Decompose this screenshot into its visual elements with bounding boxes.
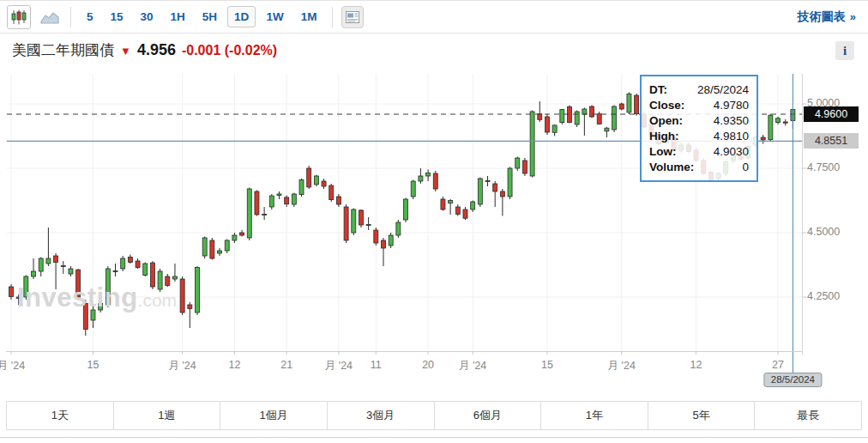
- technical-chart-link[interactable]: 技術圖表 »: [798, 9, 856, 25]
- candle[interactable]: [411, 180, 415, 200]
- range-button-2[interactable]: 1個月: [220, 402, 327, 429]
- candle[interactable]: [16, 294, 21, 305]
- candle[interactable]: [590, 106, 594, 118]
- candle[interactable]: [299, 179, 304, 197]
- candle[interactable]: [210, 238, 214, 260]
- candle[interactable]: [455, 204, 460, 216]
- candle[interactable]: [627, 93, 631, 115]
- candle[interactable]: [329, 184, 334, 202]
- candle[interactable]: [113, 264, 118, 276]
- candle[interactable]: [202, 237, 207, 259]
- candle[interactable]: [307, 166, 311, 189]
- candle[interactable]: [232, 233, 237, 243]
- timeframe-button-5h[interactable]: 5H: [196, 6, 224, 27]
- candle[interactable]: [46, 228, 51, 266]
- candle[interactable]: [76, 269, 81, 300]
- candle[interactable]: [522, 158, 527, 176]
- candle[interactable]: [433, 171, 437, 191]
- candle[interactable]: [99, 301, 103, 313]
- candlestick-chart-type-button[interactable]: [7, 5, 31, 29]
- timeframe-button-5[interactable]: 5: [80, 6, 100, 27]
- candle[interactable]: [359, 209, 363, 228]
- candle[interactable]: [761, 135, 765, 144]
- timeframe-button-1w[interactable]: 1W: [259, 6, 290, 27]
- candle[interactable]: [389, 233, 393, 248]
- candle[interactable]: [255, 191, 259, 216]
- candle[interactable]: [61, 261, 65, 274]
- candle[interactable]: [292, 193, 296, 208]
- candle[interactable]: [396, 220, 401, 238]
- news-panel-button[interactable]: [341, 6, 364, 28]
- candle[interactable]: [783, 119, 787, 126]
- range-button-1[interactable]: 1週: [113, 402, 220, 429]
- info-button[interactable]: i: [835, 41, 854, 60]
- candle[interactable]: [128, 255, 132, 264]
- range-button-4[interactable]: 6個月: [434, 402, 541, 429]
- candle[interactable]: [515, 157, 520, 172]
- candle[interactable]: [545, 114, 549, 135]
- candle[interactable]: [635, 94, 639, 116]
- range-button-7[interactable]: 最長: [754, 402, 861, 429]
- area-chart-type-button[interactable]: [38, 5, 62, 29]
- candle[interactable]: [262, 207, 267, 220]
- candle[interactable]: [575, 111, 579, 128]
- candle[interactable]: [374, 228, 378, 246]
- range-button-0[interactable]: 1天: [7, 402, 113, 429]
- candle[interactable]: [166, 274, 170, 287]
- candle[interactable]: [441, 197, 445, 211]
- candle[interactable]: [352, 209, 356, 236]
- candle[interactable]: [605, 127, 609, 137]
- timeframe-button-15[interactable]: 15: [104, 6, 130, 27]
- range-button-3[interactable]: 3個月: [327, 402, 434, 429]
- timeframe-button-30[interactable]: 30: [134, 6, 160, 27]
- candle[interactable]: [225, 240, 229, 254]
- candle[interactable]: [344, 204, 348, 243]
- timeframe-button-1d[interactable]: 1D: [227, 6, 256, 27]
- candle[interactable]: [150, 261, 154, 289]
- candle[interactable]: [560, 109, 564, 124]
- candle[interactable]: [39, 258, 43, 277]
- candle[interactable]: [404, 198, 408, 223]
- candle[interactable]: [776, 117, 781, 124]
- range-button-6[interactable]: 5年: [648, 402, 755, 429]
- candle[interactable]: [218, 248, 222, 256]
- candle[interactable]: [500, 189, 504, 216]
- candle[interactable]: [366, 217, 371, 230]
- candle[interactable]: [136, 258, 140, 269]
- candle[interactable]: [619, 103, 624, 111]
- candle[interactable]: [172, 264, 177, 282]
- candle[interactable]: [508, 167, 512, 200]
- timeframe-button-1m[interactable]: 1M: [294, 6, 324, 27]
- candle[interactable]: [269, 194, 274, 209]
- candle[interactable]: [478, 178, 482, 208]
- candle[interactable]: [382, 238, 386, 266]
- candle[interactable]: [54, 253, 58, 289]
- candle[interactable]: [91, 305, 95, 328]
- candle[interactable]: [277, 191, 281, 199]
- candle[interactable]: [83, 300, 87, 336]
- candle[interactable]: [143, 263, 148, 277]
- candle[interactable]: [240, 230, 244, 237]
- candle[interactable]: [285, 196, 289, 208]
- candle[interactable]: [485, 176, 490, 186]
- candle[interactable]: [538, 101, 542, 122]
- candle[interactable]: [196, 266, 200, 315]
- candle[interactable]: [426, 170, 431, 182]
- candle[interactable]: [449, 199, 453, 215]
- candle[interactable]: [471, 201, 475, 213]
- candle[interactable]: [158, 269, 162, 292]
- candle[interactable]: [314, 175, 318, 187]
- candle[interactable]: [322, 179, 326, 189]
- candle[interactable]: [597, 112, 601, 124]
- candle[interactable]: [105, 266, 110, 307]
- candle[interactable]: [247, 188, 251, 241]
- candle[interactable]: [463, 207, 467, 220]
- candle[interactable]: [32, 258, 36, 279]
- candle[interactable]: [493, 181, 497, 207]
- candle[interactable]: [69, 266, 73, 276]
- candle[interactable]: [582, 108, 587, 136]
- candle[interactable]: [552, 124, 557, 137]
- candle[interactable]: [180, 276, 184, 315]
- candle[interactable]: [419, 168, 423, 184]
- candle[interactable]: [336, 194, 341, 207]
